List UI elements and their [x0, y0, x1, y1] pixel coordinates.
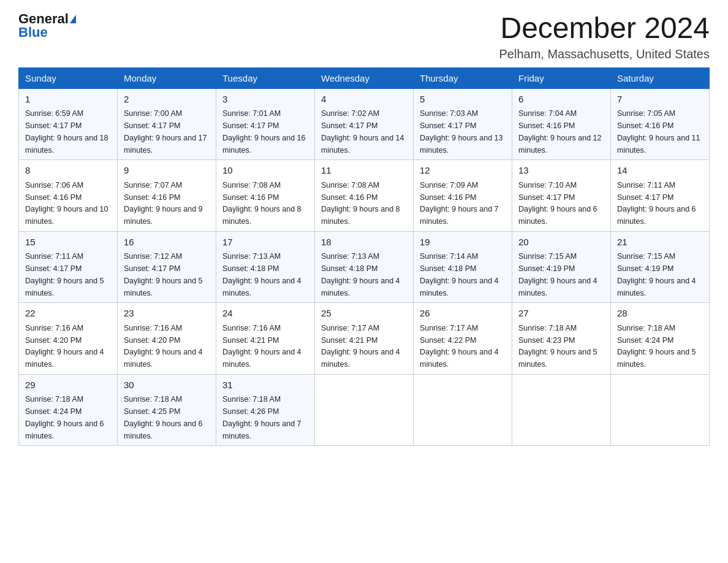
day-number: 27: [518, 307, 604, 321]
weekday-header-sunday: Sunday: [19, 67, 118, 88]
day-info: Sunrise: 7:16 AMSunset: 4:20 PMDaylight:…: [124, 324, 203, 369]
calendar-cell: 17 Sunrise: 7:13 AMSunset: 4:18 PMDaylig…: [216, 231, 315, 303]
calendar-cell: [611, 374, 710, 446]
day-info: Sunrise: 7:18 AMSunset: 4:24 PMDaylight:…: [617, 324, 696, 369]
day-number: 2: [124, 93, 210, 107]
weekday-header-tuesday: Tuesday: [216, 67, 315, 88]
day-info: Sunrise: 7:17 AMSunset: 4:22 PMDaylight:…: [420, 324, 499, 369]
day-info: Sunrise: 7:18 AMSunset: 4:26 PMDaylight:…: [222, 395, 301, 440]
day-info: Sunrise: 7:16 AMSunset: 4:20 PMDaylight:…: [25, 324, 104, 369]
calendar-cell: 23 Sunrise: 7:16 AMSunset: 4:20 PMDaylig…: [118, 303, 216, 375]
calendar-cell: 28 Sunrise: 7:18 AMSunset: 4:24 PMDaylig…: [611, 303, 710, 375]
day-number: 15: [25, 236, 111, 250]
calendar-week-row: 22 Sunrise: 7:16 AMSunset: 4:20 PMDaylig…: [19, 303, 710, 375]
calendar-cell: 2 Sunrise: 7:00 AMSunset: 4:17 PMDayligh…: [118, 88, 216, 160]
day-number: 10: [222, 164, 308, 178]
day-number: 12: [420, 164, 506, 178]
calendar-cell: 10 Sunrise: 7:08 AMSunset: 4:16 PMDaylig…: [216, 160, 315, 232]
calendar-cell: 14 Sunrise: 7:11 AMSunset: 4:17 PMDaylig…: [611, 160, 710, 232]
day-info: Sunrise: 7:03 AMSunset: 4:17 PMDaylight:…: [420, 109, 503, 154]
calendar-cell: 25 Sunrise: 7:17 AMSunset: 4:21 PMDaylig…: [315, 303, 414, 375]
calendar-cell: 27 Sunrise: 7:18 AMSunset: 4:23 PMDaylig…: [512, 303, 611, 375]
calendar-cell: [512, 374, 611, 446]
day-number: 21: [617, 236, 703, 250]
calendar-cell: 22 Sunrise: 7:16 AMSunset: 4:20 PMDaylig…: [19, 303, 118, 375]
calendar-cell: 3 Sunrise: 7:01 AMSunset: 4:17 PMDayligh…: [216, 88, 315, 160]
day-number: 7: [617, 93, 703, 107]
calendar-table: SundayMondayTuesdayWednesdayThursdayFrid…: [18, 67, 710, 446]
calendar-cell: 24 Sunrise: 7:16 AMSunset: 4:21 PMDaylig…: [216, 303, 315, 375]
page-header: General Blue December 2024 Pelham, Massa…: [18, 12, 710, 61]
logo-general-text: General: [18, 12, 69, 26]
calendar-cell: [315, 374, 414, 446]
calendar-cell: 1 Sunrise: 6:59 AMSunset: 4:17 PMDayligh…: [19, 88, 118, 160]
weekday-header-wednesday: Wednesday: [315, 67, 414, 88]
title-block: December 2024 Pelham, Massachusetts, Uni…: [499, 12, 710, 61]
calendar-week-row: 29 Sunrise: 7:18 AMSunset: 4:24 PMDaylig…: [19, 374, 710, 446]
day-number: 28: [617, 307, 703, 321]
calendar-cell: 4 Sunrise: 7:02 AMSunset: 4:17 PMDayligh…: [315, 88, 414, 160]
day-info: Sunrise: 7:13 AMSunset: 4:18 PMDaylight:…: [222, 252, 301, 297]
month-title: December 2024: [499, 12, 710, 45]
day-number: 18: [321, 236, 407, 250]
day-number: 30: [124, 378, 210, 393]
day-number: 14: [617, 164, 703, 178]
day-number: 11: [321, 164, 407, 178]
calendar-week-row: 1 Sunrise: 6:59 AMSunset: 4:17 PMDayligh…: [19, 88, 710, 160]
calendar-cell: 29 Sunrise: 7:18 AMSunset: 4:24 PMDaylig…: [19, 374, 118, 446]
day-info: Sunrise: 7:18 AMSunset: 4:23 PMDaylight:…: [518, 324, 597, 369]
day-number: 24: [222, 307, 308, 321]
day-info: Sunrise: 7:01 AMSunset: 4:17 PMDaylight:…: [222, 109, 306, 154]
weekday-header-monday: Monday: [118, 67, 216, 88]
calendar-cell: 18 Sunrise: 7:13 AMSunset: 4:18 PMDaylig…: [315, 231, 414, 303]
day-info: Sunrise: 7:18 AMSunset: 4:24 PMDaylight:…: [25, 395, 104, 440]
calendar-cell: 15 Sunrise: 7:11 AMSunset: 4:17 PMDaylig…: [19, 231, 118, 303]
day-info: Sunrise: 7:13 AMSunset: 4:18 PMDaylight:…: [321, 252, 400, 297]
calendar-cell: 13 Sunrise: 7:10 AMSunset: 4:17 PMDaylig…: [512, 160, 611, 232]
weekday-header-saturday: Saturday: [611, 67, 710, 88]
day-info: Sunrise: 7:09 AMSunset: 4:16 PMDaylight:…: [420, 181, 499, 226]
day-info: Sunrise: 7:15 AMSunset: 4:19 PMDaylight:…: [617, 252, 696, 297]
calendar-cell: 31 Sunrise: 7:18 AMSunset: 4:26 PMDaylig…: [216, 374, 315, 446]
day-info: Sunrise: 7:08 AMSunset: 4:16 PMDaylight:…: [222, 181, 301, 226]
calendar-cell: 12 Sunrise: 7:09 AMSunset: 4:16 PMDaylig…: [414, 160, 512, 232]
weekday-header-row: SundayMondayTuesdayWednesdayThursdayFrid…: [19, 67, 710, 88]
day-info: Sunrise: 6:59 AMSunset: 4:17 PMDaylight:…: [25, 109, 108, 154]
day-number: 26: [420, 307, 506, 321]
location-title: Pelham, Massachusetts, United States: [499, 47, 710, 61]
calendar-week-row: 8 Sunrise: 7:06 AMSunset: 4:16 PMDayligh…: [19, 160, 710, 232]
day-number: 9: [124, 164, 210, 178]
calendar-cell: 20 Sunrise: 7:15 AMSunset: 4:19 PMDaylig…: [512, 231, 611, 303]
calendar-cell: 19 Sunrise: 7:14 AMSunset: 4:18 PMDaylig…: [414, 231, 512, 303]
day-info: Sunrise: 7:17 AMSunset: 4:21 PMDaylight:…: [321, 324, 400, 369]
day-number: 4: [321, 93, 407, 107]
day-info: Sunrise: 7:08 AMSunset: 4:16 PMDaylight:…: [321, 181, 400, 226]
calendar-cell: 11 Sunrise: 7:08 AMSunset: 4:16 PMDaylig…: [315, 160, 414, 232]
day-number: 31: [222, 378, 308, 393]
logo-blue-text: Blue: [18, 26, 48, 39]
day-info: Sunrise: 7:14 AMSunset: 4:18 PMDaylight:…: [420, 252, 499, 297]
day-number: 23: [124, 307, 210, 321]
day-info: Sunrise: 7:16 AMSunset: 4:21 PMDaylight:…: [222, 324, 301, 369]
calendar-cell: 7 Sunrise: 7:05 AMSunset: 4:16 PMDayligh…: [611, 88, 710, 160]
day-number: 20: [518, 236, 604, 250]
day-info: Sunrise: 7:12 AMSunset: 4:17 PMDaylight:…: [124, 252, 203, 297]
weekday-header-thursday: Thursday: [414, 67, 512, 88]
day-info: Sunrise: 7:11 AMSunset: 4:17 PMDaylight:…: [25, 252, 104, 297]
calendar-cell: 16 Sunrise: 7:12 AMSunset: 4:17 PMDaylig…: [118, 231, 216, 303]
day-info: Sunrise: 7:06 AMSunset: 4:16 PMDaylight:…: [25, 181, 108, 226]
day-number: 1: [25, 93, 111, 107]
calendar-cell: 30 Sunrise: 7:18 AMSunset: 4:25 PMDaylig…: [118, 374, 216, 446]
day-info: Sunrise: 7:04 AMSunset: 4:16 PMDaylight:…: [518, 109, 602, 154]
calendar-cell: 21 Sunrise: 7:15 AMSunset: 4:19 PMDaylig…: [611, 231, 710, 303]
day-info: Sunrise: 7:00 AMSunset: 4:17 PMDaylight:…: [124, 109, 207, 154]
logo: General Blue: [18, 12, 76, 39]
calendar-cell: [414, 374, 512, 446]
calendar-cell: 9 Sunrise: 7:07 AMSunset: 4:16 PMDayligh…: [118, 160, 216, 232]
day-number: 5: [420, 93, 506, 107]
day-info: Sunrise: 7:15 AMSunset: 4:19 PMDaylight:…: [518, 252, 597, 297]
calendar-cell: 5 Sunrise: 7:03 AMSunset: 4:17 PMDayligh…: [414, 88, 512, 160]
day-number: 8: [25, 164, 111, 178]
day-info: Sunrise: 7:05 AMSunset: 4:16 PMDaylight:…: [617, 109, 700, 154]
day-number: 13: [518, 164, 604, 178]
